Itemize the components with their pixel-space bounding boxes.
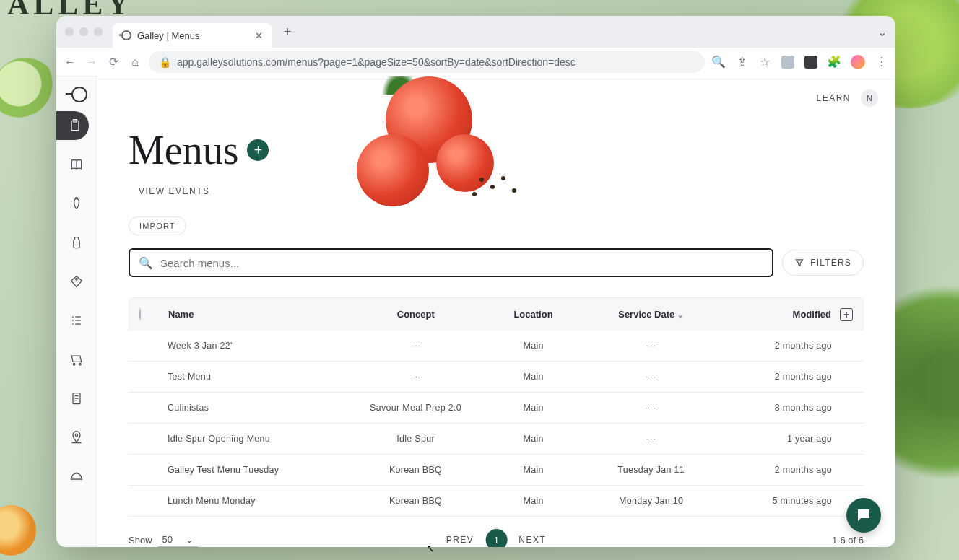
cell-location: Main (483, 403, 584, 413)
cell-service-date: --- (584, 434, 719, 444)
sidebar-item-documents[interactable] (62, 384, 91, 413)
cell-modified: 2 months ago (719, 372, 836, 382)
table-header: Name Concept Location Service Date⌄ Modi… (129, 297, 864, 331)
table-row[interactable]: Test Menu---Main---2 months ago (129, 362, 864, 393)
nav-home-icon[interactable]: ⌂ (129, 56, 142, 69)
filters-button[interactable]: FILTERS (782, 250, 864, 276)
profile-avatar-icon[interactable] (851, 55, 865, 69)
page-zoom-icon[interactable]: 🔍 (712, 56, 725, 69)
add-column-button[interactable]: + (840, 308, 853, 321)
traffic-zoom[interactable] (94, 27, 103, 36)
nav-forward-icon[interactable]: → (85, 56, 98, 69)
table-row[interactable]: CulinistasSavour Meal Prep 2.0Main---8 m… (129, 393, 864, 424)
sidebar-item-locations[interactable] (62, 423, 91, 452)
th-location[interactable]: Location (483, 309, 584, 320)
sidebar-item-recipes[interactable] (62, 150, 91, 179)
window-traffic-lights[interactable] (65, 27, 103, 36)
chevron-down-icon: ⌄ (186, 534, 194, 545)
add-menu-button[interactable]: + (247, 139, 269, 161)
search-icon: 🔍 (139, 256, 153, 270)
cell-concept: Korean BBQ (348, 465, 482, 475)
cell-modified: 5 minutes ago (719, 496, 836, 506)
svg-point-11 (79, 363, 81, 365)
sidebar-logo[interactable] (66, 87, 87, 101)
search-input[interactable] (160, 257, 763, 269)
cell-location: Main (483, 434, 584, 444)
decoration-cucumber (0, 58, 58, 123)
cart-icon (69, 352, 84, 367)
carrot-icon (69, 196, 84, 211)
select-all-checkbox[interactable] (139, 308, 141, 320)
sidebar-item-ingredients[interactable] (62, 189, 91, 218)
sidebar-item-menus[interactable] (56, 111, 89, 140)
cell-service-date: Monday Jan 10 (584, 496, 719, 506)
cell-location: Main (483, 372, 584, 382)
extension-1-icon[interactable] (781, 56, 794, 69)
tabs-dropdown-icon[interactable]: ⌄ (877, 25, 887, 39)
cell-name: Galley Test Menu Tuesday (163, 465, 348, 475)
sidebar-item-tags[interactable] (62, 267, 91, 296)
table-row[interactable]: Galley Test Menu TuesdayKorean BBQMainTu… (129, 455, 864, 486)
table-row[interactable]: Lunch Menu MondayKorean BBQMainMonday Ja… (129, 486, 864, 517)
cell-modified: 1 year ago (719, 434, 836, 444)
filters-label: FILTERS (810, 258, 851, 268)
table-row[interactable]: Week 3 Jan 22'---Main---2 months ago (129, 331, 864, 362)
nav-back-icon[interactable]: ← (64, 56, 77, 69)
th-concept[interactable]: Concept (349, 309, 483, 320)
dish-icon (69, 469, 84, 484)
sidebar-item-reports[interactable] (62, 306, 91, 335)
browser-window: Galley | Menus ✕ + ⌄ ← → ⟳ ⌂ 🔒 app.galle… (56, 16, 895, 547)
table-footer: Show 50 ⌄ PREV 1 NEXT 1-6 of 6 (129, 533, 864, 547)
extension-2-icon[interactable] (804, 56, 817, 69)
browser-tab[interactable]: Galley | Menus ✕ (113, 23, 272, 48)
cell-concept: Korean BBQ (348, 496, 482, 506)
sidebar-item-shipping[interactable] (62, 345, 91, 374)
cell-modified: 2 months ago (719, 341, 836, 351)
th-modified[interactable]: Modified (718, 309, 836, 320)
menus-table: Name Concept Location Service Date⌄ Modi… (129, 297, 864, 517)
search-box[interactable]: 🔍 (129, 248, 773, 277)
sidebar-item-catering[interactable] (62, 462, 91, 491)
table-body: Week 3 Jan 22'---Main---2 months agoTest… (129, 331, 864, 517)
extensions-puzzle-icon[interactable]: 🧩 (828, 56, 841, 69)
page-number[interactable]: 1 (485, 529, 507, 547)
cell-concept: --- (348, 341, 482, 351)
url-field[interactable]: 🔒 app.galleysolutions.com/menus?page=1&p… (149, 51, 705, 73)
cell-service-date: Tuesday Jan 11 (584, 465, 719, 475)
cell-service-date: --- (584, 372, 719, 382)
cell-service-date: --- (584, 403, 719, 413)
tab-close-icon[interactable]: ✕ (255, 30, 263, 41)
cell-concept: Idle Spur (348, 434, 482, 444)
cell-modified: 8 months ago (719, 403, 836, 413)
traffic-minimize[interactable] (79, 27, 88, 36)
cell-location: Main (483, 496, 584, 506)
new-tab-button[interactable]: + (277, 22, 298, 42)
share-icon[interactable]: ⇪ (735, 56, 748, 69)
next-button[interactable]: NEXT (518, 535, 546, 545)
nav-reload-icon[interactable]: ⟳ (107, 56, 120, 69)
intercom-launcher[interactable] (846, 498, 881, 533)
page-size-select[interactable]: 50 ⌄ (158, 533, 198, 547)
sort-chevron-icon: ⌄ (677, 311, 683, 319)
book-icon (69, 157, 84, 172)
page-title-text: Menus (129, 127, 238, 173)
main-content: LEARN N Menus + VIEW EVENTS IMPORT (97, 76, 895, 547)
cell-name: Week 3 Jan 22' (163, 341, 348, 351)
cell-name: Idle Spur Opening Menu (163, 434, 348, 444)
th-service-date[interactable]: Service Date⌄ (583, 309, 718, 320)
bookmark-star-icon[interactable]: ☆ (758, 56, 771, 69)
filter-icon (794, 258, 804, 268)
user-avatar[interactable]: N (861, 89, 878, 107)
svg-point-10 (73, 363, 75, 365)
prev-button[interactable]: PREV (446, 535, 474, 545)
th-name[interactable]: Name (164, 309, 349, 320)
traffic-close[interactable] (65, 27, 74, 36)
sidebar-item-inventory[interactable] (62, 228, 91, 257)
table-row[interactable]: Idle Spur Opening MenuIdle SpurMain---1 … (129, 424, 864, 455)
import-button[interactable]: IMPORT (129, 216, 186, 235)
cell-location: Main (483, 465, 584, 475)
result-range: 1-6 of 6 (832, 535, 864, 546)
browser-menu-icon[interactable]: ⋮ (875, 56, 888, 69)
bottle-icon (69, 235, 84, 250)
learn-link[interactable]: LEARN (816, 93, 851, 103)
